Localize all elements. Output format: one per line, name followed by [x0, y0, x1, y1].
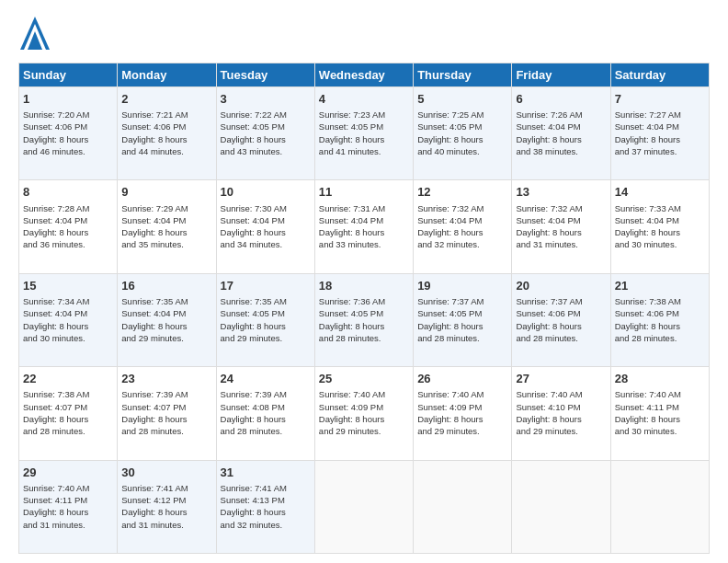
- cell-line: and 28 minutes.: [121, 425, 211, 437]
- cell-line: Sunrise: 7:34 AM: [23, 295, 113, 307]
- cell-line: Daylight: 8 hours: [221, 226, 311, 238]
- cell-line: Sunrise: 7:40 AM: [417, 388, 507, 400]
- cell-line: Sunset: 4:04 PM: [615, 121, 705, 132]
- cell-line: and 28 minutes.: [319, 332, 409, 344]
- cell-line: Sunset: 4:04 PM: [319, 214, 409, 226]
- day-number: 23: [121, 371, 211, 387]
- cell-line: and 38 minutes.: [516, 145, 606, 157]
- calendar-cell: 29Sunrise: 7:40 AMSunset: 4:11 PMDayligh…: [19, 460, 118, 553]
- page: SundayMondayTuesdayWednesdayThursdayFrid…: [0, 0, 728, 563]
- cell-line: Sunset: 4:12 PM: [121, 494, 211, 506]
- cell-line: Sunrise: 7:36 AM: [319, 295, 409, 307]
- calendar-cell: [512, 460, 610, 553]
- cell-line: and 31 minutes.: [23, 519, 113, 531]
- cell-line: and 34 minutes.: [221, 238, 311, 250]
- calendar-cell: 12Sunrise: 7:32 AMSunset: 4:04 PMDayligh…: [414, 180, 512, 273]
- cell-line: and 43 minutes.: [221, 145, 311, 157]
- cell-line: Sunrise: 7:38 AM: [23, 388, 113, 400]
- day-number: 29: [23, 465, 113, 481]
- cell-line: and 28 minutes.: [516, 332, 606, 344]
- cell-line: Sunrise: 7:30 AM: [221, 202, 311, 214]
- calendar-cell: 8Sunrise: 7:28 AMSunset: 4:04 PMDaylight…: [19, 180, 118, 273]
- day-number: 25: [319, 371, 409, 387]
- cell-line: and 41 minutes.: [319, 145, 409, 157]
- cell-line: Sunrise: 7:39 AM: [221, 388, 311, 400]
- cell-line: Sunset: 4:07 PM: [121, 401, 211, 413]
- cell-line: and 44 minutes.: [121, 145, 211, 157]
- cell-line: Daylight: 8 hours: [615, 226, 705, 238]
- cell-line: Sunrise: 7:33 AM: [615, 202, 705, 214]
- calendar-row-1: 1Sunrise: 7:20 AMSunset: 4:06 PMDaylight…: [19, 87, 710, 180]
- day-number: 28: [615, 371, 705, 387]
- cell-line: and 33 minutes.: [319, 238, 409, 250]
- cell-line: Sunrise: 7:29 AM: [121, 202, 211, 214]
- cell-line: Sunset: 4:06 PM: [516, 307, 606, 319]
- cell-line: Sunrise: 7:32 AM: [417, 202, 507, 214]
- cell-line: Sunrise: 7:35 AM: [221, 295, 311, 307]
- cell-line: Sunrise: 7:40 AM: [319, 388, 409, 400]
- day-number: 2: [121, 91, 211, 108]
- cell-line: and 28 minutes.: [615, 332, 705, 344]
- cell-line: Daylight: 8 hours: [121, 226, 211, 238]
- day-number: 26: [417, 371, 507, 387]
- cell-line: Sunset: 4:05 PM: [221, 307, 311, 319]
- cell-line: and 29 minutes.: [121, 332, 211, 344]
- cell-line: Sunrise: 7:40 AM: [23, 482, 113, 494]
- day-number: 22: [23, 371, 113, 387]
- cell-line: and 28 minutes.: [23, 425, 113, 437]
- calendar-cell: [610, 460, 709, 553]
- cell-line: Daylight: 8 hours: [23, 226, 113, 238]
- calendar-cell: 23Sunrise: 7:39 AMSunset: 4:07 PMDayligh…: [118, 367, 216, 460]
- col-header-saturday: Saturday: [610, 63, 709, 87]
- calendar-cell: 30Sunrise: 7:41 AMSunset: 4:12 PMDayligh…: [118, 460, 216, 553]
- cell-line: and 28 minutes.: [417, 332, 507, 344]
- cell-line: and 31 minutes.: [121, 519, 211, 531]
- day-number: 5: [417, 91, 507, 108]
- calendar-cell: 16Sunrise: 7:35 AMSunset: 4:04 PMDayligh…: [118, 273, 216, 366]
- col-header-sunday: Sunday: [19, 63, 118, 87]
- calendar-cell: 20Sunrise: 7:37 AMSunset: 4:06 PMDayligh…: [512, 273, 610, 366]
- calendar-row-3: 15Sunrise: 7:34 AMSunset: 4:04 PMDayligh…: [19, 273, 710, 366]
- cell-line: and 40 minutes.: [417, 145, 507, 157]
- cell-line: Daylight: 8 hours: [23, 133, 113, 145]
- cell-line: Sunrise: 7:22 AM: [221, 109, 311, 121]
- cell-line: Sunset: 4:05 PM: [417, 307, 507, 319]
- cell-line: Daylight: 8 hours: [516, 320, 606, 332]
- cell-line: Sunrise: 7:21 AM: [121, 109, 211, 121]
- cell-line: Sunrise: 7:40 AM: [516, 388, 606, 400]
- calendar-row-5: 29Sunrise: 7:40 AMSunset: 4:11 PMDayligh…: [19, 460, 710, 553]
- calendar-cell: 4Sunrise: 7:23 AMSunset: 4:05 PMDaylight…: [314, 87, 413, 180]
- cell-line: Sunrise: 7:40 AM: [615, 388, 705, 400]
- cell-line: Daylight: 8 hours: [516, 413, 606, 425]
- cell-line: Daylight: 8 hours: [615, 320, 705, 332]
- calendar-row-4: 22Sunrise: 7:38 AMSunset: 4:07 PMDayligh…: [19, 367, 710, 460]
- cell-line: Sunset: 4:04 PM: [23, 307, 113, 319]
- cell-line: and 31 minutes.: [516, 238, 606, 250]
- cell-line: Sunset: 4:11 PM: [615, 401, 705, 413]
- calendar-cell: 21Sunrise: 7:38 AMSunset: 4:06 PMDayligh…: [610, 273, 709, 366]
- cell-line: Sunset: 4:04 PM: [417, 214, 507, 226]
- calendar-cell: 13Sunrise: 7:32 AMSunset: 4:04 PMDayligh…: [512, 180, 610, 273]
- cell-line: Daylight: 8 hours: [221, 413, 311, 425]
- day-number: 18: [319, 278, 409, 294]
- cell-line: Sunset: 4:04 PM: [516, 214, 606, 226]
- calendar-cell: 22Sunrise: 7:38 AMSunset: 4:07 PMDayligh…: [19, 367, 118, 460]
- calendar-cell: 10Sunrise: 7:30 AMSunset: 4:04 PMDayligh…: [216, 180, 314, 273]
- calendar-cell: 5Sunrise: 7:25 AMSunset: 4:05 PMDaylight…: [414, 87, 512, 180]
- day-number: 10: [221, 184, 311, 201]
- col-header-tuesday: Tuesday: [216, 63, 314, 87]
- calendar-cell: 17Sunrise: 7:35 AMSunset: 4:05 PMDayligh…: [216, 273, 314, 366]
- calendar-cell: 7Sunrise: 7:27 AMSunset: 4:04 PMDaylight…: [610, 87, 709, 180]
- day-number: 20: [516, 278, 606, 294]
- cell-line: and 28 minutes.: [221, 425, 311, 437]
- cell-line: Daylight: 8 hours: [319, 133, 409, 145]
- calendar-cell: 14Sunrise: 7:33 AMSunset: 4:04 PMDayligh…: [610, 180, 709, 273]
- calendar-cell: 15Sunrise: 7:34 AMSunset: 4:04 PMDayligh…: [19, 273, 118, 366]
- cell-line: Daylight: 8 hours: [23, 413, 113, 425]
- calendar-cell: 6Sunrise: 7:26 AMSunset: 4:04 PMDaylight…: [512, 87, 610, 180]
- calendar-cell: 3Sunrise: 7:22 AMSunset: 4:05 PMDaylight…: [216, 87, 314, 180]
- cell-line: Sunset: 4:05 PM: [417, 121, 507, 132]
- cell-line: Sunset: 4:04 PM: [121, 307, 211, 319]
- cell-line: Daylight: 8 hours: [319, 413, 409, 425]
- cell-line: Sunset: 4:09 PM: [319, 401, 409, 413]
